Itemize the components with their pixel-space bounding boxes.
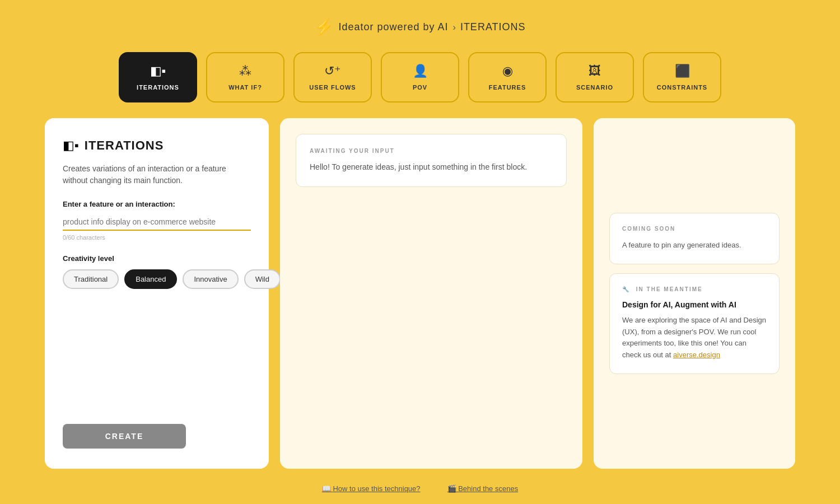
creativity-buttons: Traditional Balanced Innovative Wild (63, 269, 251, 289)
features-icon: ◉ (502, 64, 513, 78)
behind-text: Behind the scenes (458, 484, 518, 493)
creativity-wild[interactable]: Wild (244, 269, 281, 289)
creativity-label: Creativity level (63, 254, 251, 263)
tab-pov[interactable]: 👤 POV (381, 52, 459, 102)
input-label: Enter a feature or an interaction: (63, 200, 251, 208)
footer: 📖 How to use this technique? 🎬 Behind th… (322, 484, 518, 493)
meantime-label: 🔧 IN THE MEANTIME (622, 286, 767, 292)
aiverse-link[interactable]: aiverse.design (673, 351, 720, 359)
arrow-icon: › (453, 22, 456, 32)
panel-icon: ◧▪ (63, 138, 79, 153)
tab-features[interactable]: ◉ FEATURES (468, 52, 547, 102)
creativity-innovative[interactable]: Innovative (183, 269, 238, 289)
tab-features-label: FEATURES (489, 84, 526, 91)
panel-heading: ◧▪ ITERATIONS (63, 138, 251, 153)
meantime-icon: 🔧 (622, 286, 630, 292)
scenario-icon: 🖼 (589, 64, 601, 78)
panel-title: ITERATIONS (85, 138, 164, 153)
awaiting-label: AWAITING YOUR INPUT (310, 148, 553, 154)
tab-iterations[interactable]: ◧▪ ITERATIONS (119, 52, 197, 102)
feature-input[interactable] (63, 214, 251, 231)
constraints-icon: ⬛ (675, 64, 690, 78)
right-panel: COMING SOON A feature to pin any generat… (594, 118, 795, 469)
tab-iterations-label: ITERATIONS (137, 84, 179, 91)
char-count: 0/60 characters (63, 234, 251, 241)
coming-soon-text: A feature to pin any generated ideas. (622, 240, 767, 251)
awaiting-text: Hello! To generate ideas, just input som… (310, 161, 553, 173)
how-to-link[interactable]: 📖 How to use this technique? (322, 484, 421, 493)
nav-tabs: ◧▪ ITERATIONS ⁂ WHAT IF? ↺⁺ USER FLOWS 👤… (119, 52, 721, 102)
create-button[interactable]: CREATE (63, 424, 186, 449)
creativity-balanced[interactable]: Balanced (124, 269, 177, 289)
panel-description: Creates variations of an interaction or … (63, 163, 251, 186)
tab-userflows-label: USER FLOWS (309, 84, 356, 91)
tab-whatif-label: WHAT IF? (228, 84, 262, 91)
tab-constraints-label: CONSTRAINTS (657, 84, 707, 91)
userflows-icon: ↺⁺ (324, 64, 341, 78)
awaiting-card: AWAITING YOUR INPUT Hello! To generate i… (296, 134, 567, 187)
iterations-icon: ◧▪ (150, 64, 166, 78)
meantime-text: We are exploring the space of AI and Des… (622, 315, 767, 361)
whatif-icon: ⁂ (239, 64, 251, 78)
header: ⚡ Ideator powered by AI › ITERATIONS (314, 18, 525, 36)
tab-userflows[interactable]: ↺⁺ USER FLOWS (293, 52, 372, 102)
meantime-card: 🔧 IN THE MEANTIME Design for AI, Augment… (609, 273, 780, 374)
coming-soon-label: COMING SOON (622, 226, 767, 232)
pov-icon: 👤 (413, 64, 428, 78)
meantime-label-text: IN THE MEANTIME (636, 286, 703, 292)
tab-pov-label: POV (413, 84, 427, 91)
creativity-traditional[interactable]: Traditional (63, 269, 119, 289)
behind-scenes-link[interactable]: 🎬 Behind the scenes (447, 484, 519, 493)
coming-soon-card: COMING SOON A feature to pin any generat… (609, 213, 780, 264)
how-to-text: How to use this technique? (333, 484, 420, 493)
tab-whatif[interactable]: ⁂ WHAT IF? (206, 52, 284, 102)
header-current: ITERATIONS (460, 21, 526, 33)
header-title: Ideator powered by AI (338, 21, 448, 33)
tab-scenario-label: SCENARIO (576, 84, 613, 91)
how-to-icon: 📖 (322, 484, 331, 493)
main-content: ◧▪ ITERATIONS Creates variations of an i… (45, 118, 795, 469)
bolt-icon: ⚡ (314, 18, 334, 36)
behind-icon: 🎬 (447, 484, 456, 493)
left-panel: ◧▪ ITERATIONS Creates variations of an i… (45, 118, 269, 469)
middle-panel: AWAITING YOUR INPUT Hello! To generate i… (280, 118, 582, 469)
meantime-title: Design for AI, Augment with AI (622, 300, 767, 309)
tab-scenario[interactable]: 🖼 SCENARIO (556, 52, 634, 102)
tab-constraints[interactable]: ⬛ CONSTRAINTS (643, 52, 721, 102)
